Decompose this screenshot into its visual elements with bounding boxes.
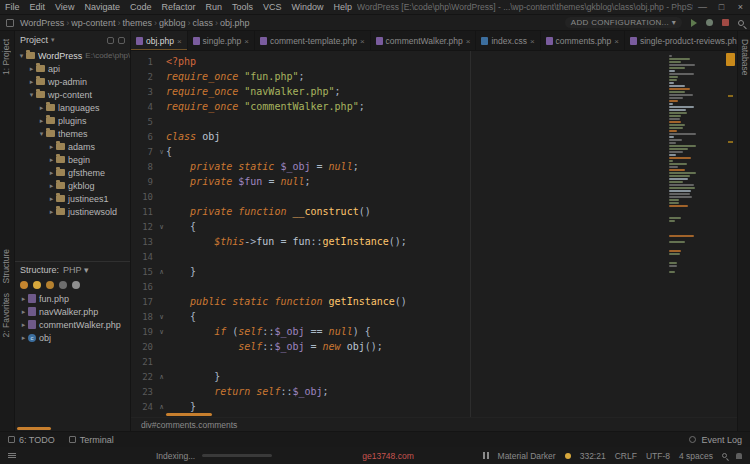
fold-icon[interactable]: ∨ [157, 313, 166, 321]
menu-file[interactable]: File [0, 2, 25, 12]
tab-close-icon[interactable]: × [244, 37, 249, 46]
settings-gear-icon[interactable] [107, 37, 114, 44]
code-line[interactable]: 6class obj [131, 129, 737, 144]
fold-icon[interactable]: ∨ [157, 148, 166, 156]
menu-run[interactable]: Run [200, 2, 227, 12]
line-number[interactable]: 10 [131, 192, 157, 202]
tree-item-justinees1[interactable]: ▸justinees1 [15, 192, 130, 205]
tree-item-WordPress[interactable]: ▾WordPressE:\code\php\WordPress [15, 49, 130, 62]
code-line[interactable]: 23 return self::$_obj; [131, 384, 737, 399]
caret-position[interactable]: 332:21 [580, 451, 606, 461]
theme-accent-icon[interactable] [565, 453, 571, 459]
tool-stripe-favorites[interactable]: 2: Favorites [1, 293, 11, 337]
editor-breadcrumb[interactable]: div#comments.comments [141, 420, 237, 430]
toolwindow-switcher-icon[interactable] [8, 453, 16, 458]
fold-icon[interactable]: ∧ [157, 373, 166, 381]
pause-icon[interactable] [483, 452, 489, 459]
tree-item-themes[interactable]: ▾themes [15, 127, 130, 140]
code-line[interactable]: 22∧ } [131, 369, 737, 384]
chevron-right-icon[interactable]: ▸ [19, 295, 28, 303]
chevron-down-icon[interactable]: ▾ [51, 36, 55, 44]
code-line[interactable]: 10 [131, 189, 737, 204]
menu-code[interactable]: Code [125, 2, 157, 12]
chevron-down-icon[interactable]: ▾ [37, 130, 46, 138]
error-stripe[interactable] [726, 53, 735, 415]
menu-window[interactable]: Window [287, 2, 329, 12]
menu-navigate[interactable]: Navigate [79, 2, 125, 12]
tab-comments.php[interactable]: comments.php× [541, 31, 625, 51]
tab-index.css[interactable]: index.css× [476, 31, 540, 51]
inspections-icon[interactable] [722, 453, 727, 458]
warning-tick[interactable] [728, 95, 733, 97]
line-number[interactable]: 13 [131, 237, 157, 247]
horizontal-scrollbar[interactable] [166, 413, 212, 416]
code-line[interactable]: 4require_once "commentWalker.php"; [131, 99, 737, 114]
sort-by-visibility-icon[interactable] [33, 281, 41, 289]
tool-stripe-structure[interactable]: Structure [1, 249, 11, 284]
menu-view[interactable]: View [50, 2, 79, 12]
code-line[interactable]: 12∨ { [131, 219, 737, 234]
event-log-button[interactable]: Event Log [689, 435, 742, 445]
tab-obj.php[interactable]: obj.php× [131, 31, 188, 51]
chevron-right-icon[interactable]: ▸ [47, 143, 56, 151]
menu-vcs[interactable]: VCS [258, 2, 287, 12]
chevron-right-icon[interactable]: ▸ [47, 156, 56, 164]
fold-icon[interactable]: ∨ [157, 223, 166, 231]
structure-item-commentWalker.php[interactable]: ▸commentWalker.php [15, 318, 130, 331]
chevron-right-icon[interactable]: ▸ [47, 182, 56, 190]
tree-item-justinewsold[interactable]: ▸justinewsold [15, 205, 130, 218]
code-line[interactable]: 5 [131, 114, 737, 129]
line-number[interactable]: 19 [131, 327, 157, 337]
code-line[interactable]: 18∨ { [131, 309, 737, 324]
tree-item-plugins[interactable]: ▸plugins [15, 114, 130, 127]
structure-scrollbar[interactable] [17, 427, 51, 430]
code-editor[interactable]: 1<?php2require_once "fun.php";3require_o… [131, 51, 737, 417]
tree-item-gkblog[interactable]: ▸gkblog [15, 179, 130, 192]
code-line[interactable]: 24∧ } [131, 399, 737, 414]
code-line[interactable]: 11 private function __construct() [131, 204, 737, 219]
maximize-icon[interactable]: □ [712, 2, 731, 12]
menu-help[interactable]: Help [329, 2, 358, 12]
code-line[interactable]: 3require_once "navWalker.php"; [131, 84, 737, 99]
code-line[interactable]: 8 private static $_obj = null; [131, 159, 737, 174]
chevron-right-icon[interactable]: ▸ [47, 208, 56, 216]
line-number[interactable]: 22 [131, 372, 157, 382]
minimize-icon[interactable]: — [693, 2, 712, 12]
fold-icon[interactable]: ∨ [157, 328, 166, 336]
chevron-right-icon[interactable]: ▸ [47, 195, 56, 203]
chevron-right-icon[interactable]: ▸ [19, 308, 28, 316]
stop-icon[interactable] [722, 19, 729, 26]
breadcrumb-item[interactable]: wp-content [69, 18, 117, 28]
line-number[interactable]: 12 [131, 222, 157, 232]
code-line[interactable]: 13 $this->fun = fun::getInstance(); [131, 234, 737, 249]
line-separator[interactable]: CRLF [615, 451, 637, 461]
code-line[interactable]: 14 [131, 249, 737, 264]
tool-stripe-project[interactable]: 1: Project [1, 39, 11, 75]
code-line[interactable]: 7∨{ [131, 144, 737, 159]
breadcrumb-item[interactable]: WordPress [18, 18, 66, 28]
tree-item-wp-admin[interactable]: ▸wp-admin [15, 75, 130, 88]
tree-item-begin[interactable]: ▸begin [15, 153, 130, 166]
terminal-toolwindow-button[interactable]: Terminal [69, 435, 114, 445]
chevron-right-icon[interactable]: ▸ [27, 65, 36, 73]
line-number[interactable]: 5 [131, 117, 157, 127]
line-number[interactable]: 18 [131, 312, 157, 322]
chevron-right-icon[interactable]: ▸ [37, 117, 46, 125]
menu-tools[interactable]: Tools [227, 2, 258, 12]
breadcrumb-item[interactable]: class [190, 18, 215, 28]
code-line[interactable]: 20 self::$_obj = new obj(); [131, 339, 737, 354]
tree-item-gfstheme[interactable]: ▸gfstheme [15, 166, 130, 179]
tab-single-product-reviews.php[interactable]: single-product-reviews.php× [625, 31, 737, 51]
line-number[interactable]: 4 [131, 102, 157, 112]
code-line[interactable]: 16 [131, 279, 737, 294]
chevron-down-icon[interactable]: ▾ [17, 52, 26, 60]
line-number[interactable]: 23 [131, 387, 157, 397]
todo-toolwindow-button[interactable]: 6: TODO [8, 435, 55, 445]
debug-icon[interactable] [706, 19, 713, 26]
theme-name[interactable]: Material Darker [498, 451, 556, 461]
line-number[interactable]: 14 [131, 252, 157, 262]
file-encoding[interactable]: UTF-8 [646, 451, 670, 461]
fold-icon[interactable]: ∧ [157, 403, 166, 411]
line-number[interactable]: 1 [131, 57, 157, 67]
line-number[interactable]: 15 [131, 267, 157, 277]
